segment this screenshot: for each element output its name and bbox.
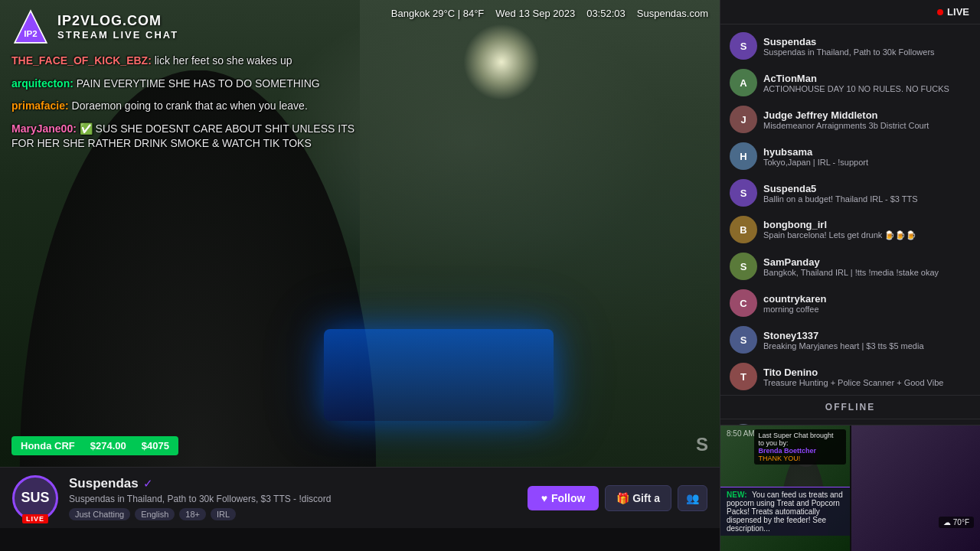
streamer-avatar-bongbong: B (730, 216, 757, 243)
channel-name: Suspendas (69, 476, 139, 491)
streamer-desc-actionman: ACTIONHOUSE DAY 10 NO RULES. NO FUCKS (763, 84, 971, 93)
streamer-avatar-stoney: S (730, 326, 757, 354)
channel-tags: Just Chatting English 18+ IRL (69, 508, 517, 520)
live-dot (937, 9, 943, 15)
bar-item2: $274.00 (90, 440, 126, 452)
streamer-info-hyubsama: hyubsama Tokyo,Japan | IRL - !support (763, 146, 971, 167)
video-container: IP2 IP2VLOG.COM STREAM LIVE CHAT Bangkok… (0, 0, 720, 467)
chat-message-2: arquitecton: PAIN EVERYTIME SHE HAS TO D… (11, 77, 356, 92)
chat-text-3: Doraemon going to crank that ac when you… (72, 99, 308, 112)
tag-just-chatting[interactable]: Just Chatting (69, 508, 130, 520)
streamer-avatar-suspendas: S (730, 32, 757, 60)
streamer-item-suspenda5[interactable]: S Suspenda5 Ballin on a budget! Thailand… (720, 174, 980, 211)
streamer-desc-tito: Treasure Hunting + Police Scanner + Good… (763, 378, 971, 387)
streamer-name-tito: Tito Denino (763, 367, 971, 378)
new-label: NEW: (727, 491, 746, 499)
streamer-name-sampanday: SamPanday (763, 256, 971, 268)
video-chat-area: IP2 IP2VLOG.COM STREAM LIVE CHAT Bangkok… (0, 0, 720, 551)
avatar-text: SUS (21, 490, 49, 506)
chat-username-3: primafacie: (11, 99, 69, 112)
tag-irl[interactable]: IRL (211, 508, 236, 520)
follow-label: Follow (551, 492, 585, 504)
streamer-name-judge: Judge Jeffrey Middleton (763, 109, 971, 121)
streamer-desc-stoney: Breaking Maryjanes heart | $3 tts $5 med… (763, 341, 971, 350)
streamer-desc-bongbong: Spain barcelona! Lets get drunk 🍺🍺🍺 (763, 230, 971, 240)
streamer-avatar-sampanday: S (730, 253, 757, 280)
streamer-avatar-countrykaren: C (730, 289, 757, 317)
bar-item3: $4075 (142, 440, 169, 452)
streamer-item-clashboo[interactable]: C Clash With Boo (720, 419, 980, 425)
streamer-item-actionman[interactable]: A AcTionMan ACTIONHOUSE DAY 10 NO RULES.… (720, 64, 980, 101)
chat-username-2: arquitecton: (11, 77, 74, 90)
stream-title-text: IP2VLOG.COM STREAM LIVE CHAT (57, 13, 178, 41)
date-stat: Wed 13 Sep 2023 (495, 8, 575, 19)
channel-info-bar: SUS LIVE Suspendas ✓ Suspendas in Thaila… (0, 467, 720, 528)
streamer-name-countrykaren: countrykaren (763, 293, 971, 305)
streamer-avatar-hyubsama: H (730, 142, 757, 170)
streamer-name-actionman: AcTionMan (763, 73, 971, 84)
live-badge: LIVE (22, 514, 48, 523)
streamer-item-tito[interactable]: T Tito Denino Treasure Hunting + Police … (720, 358, 980, 395)
mini-panel-2[interactable]: ☁ 70°F (851, 425, 981, 551)
streamer-desc-judge: Misdemeanor Arraignments 3b District Cou… (763, 121, 971, 130)
chat-text-2: PAIN EVERYTIME SHE HAS TO DO SOMETHING (77, 77, 320, 90)
svg-marker-0 (15, 11, 47, 43)
gift-button[interactable]: 🎁 Gift a (605, 485, 671, 511)
streamer-name-hyubsama: hyubsama (763, 146, 971, 158)
right-sidebar: LIVE S Suspendas Suspendas in Thailand, … (720, 0, 980, 551)
chat-message-1: THE_FACE_OF_KICK_EBZ: lick her feet so s… (11, 54, 356, 69)
streamer-item-stoney[interactable]: S Stoney1337 Breaking Maryjanes heart | … (720, 321, 980, 358)
channel-actions: ♥ Follow 🎁 Gift a 👥 (528, 485, 707, 511)
chat-username-4: MaryJane00: (11, 122, 77, 135)
logo-icon: IP2 (11, 8, 50, 46)
streamer-list[interactable]: S Suspendas Suspendas in Thailand, Path … (720, 24, 980, 425)
chat-message-4: MaryJane00: ✅ SUS SHE DOESNT CARE ABOUT … (11, 122, 356, 152)
mini-panel-superchat: Last Super Chat brought to you by: Brend… (754, 429, 846, 465)
main-layout: IP2 IP2VLOG.COM STREAM LIVE CHAT Bangkok… (0, 0, 980, 551)
streamer-name-stoney: Stoney1337 (763, 330, 971, 341)
svg-text:IP2: IP2 (24, 28, 38, 38)
superchat-name: Brenda Boettcher (759, 447, 841, 455)
tag-18plus[interactable]: 18+ (179, 508, 206, 520)
streamer-item-hyubsama[interactable]: H hyubsama Tokyo,Japan | IRL - !support (720, 138, 980, 174)
streamer-name-bongbong: bongbong_irl (763, 219, 971, 230)
streamer-item-countrykaren[interactable]: C countrykaren morning coffee (720, 285, 980, 321)
sidebar-live-header: LIVE (720, 0, 980, 24)
streamer-item-bongbong[interactable]: B bongbong_irl Spain barcelona! Lets get… (720, 211, 980, 248)
streamer-avatar-suspenda5: S (730, 179, 757, 207)
time-stat: 03:52:03 (586, 8, 626, 19)
channel-details: Suspendas ✓ Suspendas in Thailand, Path … (69, 476, 517, 520)
channel-name-row: Suspendas ✓ (69, 476, 517, 491)
mini-panel-1[interactable]: 8:50 AM Last Super Chat brought to you b… (720, 425, 850, 551)
bar-item1: Honda CRF (21, 440, 75, 452)
streamer-name-suspendas: Suspendas (763, 36, 971, 47)
sus-watermark: S (696, 434, 708, 455)
streamer-item-judge[interactable]: J Judge Jeffrey Middleton Misdemeanor Ar… (720, 101, 980, 138)
streamer-avatar-judge: J (730, 106, 757, 133)
streamer-info-suspendas: Suspendas Suspendas in Thailand, Path to… (763, 36, 971, 57)
streamer-info-suspenda5: Suspenda5 Ballin on a budget! Thailand I… (763, 183, 971, 204)
streamer-item-sampanday[interactable]: S SamPanday Bangkok, Thailand IRL | !tts… (720, 248, 980, 285)
streamer-info-countrykaren: countrykaren morning coffee (763, 293, 971, 314)
thank-you: THANK YOU! (759, 455, 841, 462)
tag-english[interactable]: English (135, 508, 175, 520)
streamer-desc-suspendas: Suspendas in Thailand, Path to 30k Follo… (763, 47, 971, 57)
heart-icon: ♥ (541, 492, 547, 504)
chat-overlay: THE_FACE_OF_KICK_EBZ: lick her feet so s… (11, 54, 356, 159)
follow-button[interactable]: ♥ Follow (528, 486, 599, 510)
streamer-info-stoney: Stoney1337 Breaking Maryjanes heart | $3… (763, 330, 971, 350)
streamer-name-suspenda5: Suspenda5 (763, 183, 971, 194)
superchat-label: Last Super Chat brought to you by: (759, 432, 841, 447)
streamer-info-actionman: AcTionMan ACTIONHOUSE DAY 10 NO RULES. N… (763, 73, 971, 93)
chat-message-3: primafacie: Doraemon going to crank that… (11, 99, 356, 114)
site-stat: Suspendas.com (637, 8, 708, 19)
streamer-info-sampanday: SamPanday Bangkok, Thailand IRL | !tts !… (763, 256, 971, 277)
chat-username-1: THE_FACE_OF_KICK_EBZ: (11, 54, 152, 67)
streamer-info-judge: Judge Jeffrey Middleton Misdemeanor Arra… (763, 109, 971, 130)
streamer-desc-hyubsama: Tokyo,Japan | IRL - !support (763, 158, 971, 167)
more-button[interactable]: 👥 (678, 485, 707, 511)
streamer-info-tito: Tito Denino Treasure Hunting + Police Sc… (763, 367, 971, 387)
streamer-desc-suspenda5: Ballin on a budget! Thailand IRL - $3 TT… (763, 194, 971, 204)
streamer-item-suspendas[interactable]: S Suspendas Suspendas in Thailand, Path … (720, 28, 980, 64)
video-blue-glow (324, 329, 554, 421)
